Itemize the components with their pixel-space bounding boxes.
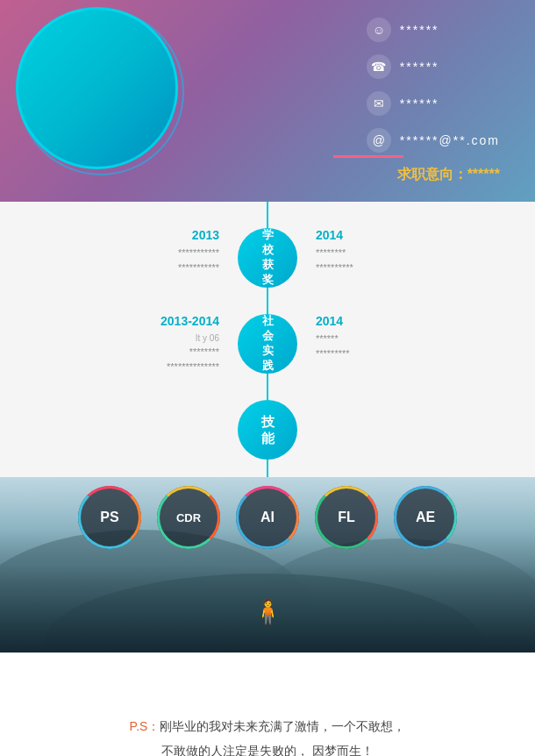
contact-row-email: @ ******@**.com [367, 128, 500, 153]
person-icon: ☺ [367, 18, 391, 42]
footer-line2: 不敢做的人注定是失败的， 因梦而生！ [26, 738, 509, 756]
phone-icon: ☎ [367, 54, 391, 79]
landscape-skills-wrapper: 🧍 PS CDR AI FL AE [0, 477, 535, 653]
contact-row-chat: ✉ ****** [367, 91, 500, 116]
tl-detail-right-school-1: ******** [316, 246, 491, 260]
contact-phone: ****** [400, 60, 439, 74]
contact-row-name: ☺ ****** [367, 18, 500, 42]
footer-line1: P.S：刚毕业的我对未来充满了激情，一个不敢想， [26, 714, 509, 738]
avatar [16, 7, 178, 169]
tl-year-right-school: 2014 [316, 228, 491, 242]
tl-bubble-school: 学校获奖 [238, 228, 297, 288]
tl-detail-left-social-0: It y 06 [44, 332, 219, 345]
footer-text: P.S：刚毕业的我对未来充满了激情，一个不敢想， 不敢做的人注定是失败的， 因梦… [26, 714, 509, 756]
timeline-row-school: 2013 *********** *********** 学校获奖 2014 *… [0, 228, 535, 288]
tl-center-school: 学校获奖 [237, 228, 298, 288]
tl-year-left-school: 2013 [44, 228, 219, 242]
ring-ps [78, 486, 141, 549]
tl-detail-left-social-1: ******** [44, 345, 219, 360]
tl-left-school: 2013 *********** *********** [44, 228, 237, 275]
ring-ai [236, 486, 299, 549]
skill-badge-fl: FL [315, 486, 378, 549]
tl-year-right-social: 2014 [316, 314, 491, 328]
tl-detail-left-school-2: *********** [44, 260, 219, 275]
tl-detail-right-social-1: ****** [316, 332, 491, 346]
job-intention: 求职意向：****** [397, 166, 500, 184]
skill-badge-ae: AE [394, 486, 457, 549]
tl-detail-left-school-1: *********** [44, 246, 219, 260]
skill-badge-cdr: CDR [157, 486, 220, 549]
skills-row: 技能 [0, 400, 535, 460]
tl-center-social: 社会实践 [237, 314, 298, 374]
contact-email: ******@**.com [400, 133, 500, 147]
tl-right-school: 2014 ******** ********** [298, 228, 491, 275]
contact-name: ****** [400, 23, 439, 37]
ring-fl [315, 486, 378, 549]
tl-bubble-skills: 技能 [238, 400, 297, 460]
chat-icon: ✉ [367, 91, 391, 116]
tl-detail-right-school-2: ********** [316, 260, 491, 275]
tl-year-left-social: 2013-2014 [44, 314, 219, 328]
ring-cdr [157, 486, 220, 549]
footer-section: P.S：刚毕业的我对未来充满了激情，一个不敢想， 不敢做的人注定是失败的， 因梦… [0, 696, 535, 756]
at-icon: @ [367, 128, 391, 153]
skill-badge-ai: AI [236, 486, 299, 549]
skills-badges: PS CDR AI FL AE [0, 486, 535, 692]
contact-chat: ****** [400, 96, 439, 111]
header-section: ☺ ****** ☎ ****** ✉ ****** @ ******@**.c… [0, 0, 535, 202]
ring-ae [394, 486, 457, 549]
tl-detail-left-social-2: ************** [44, 360, 219, 374]
timeline-section: 2013 *********** *********** 学校获奖 2014 *… [0, 202, 535, 477]
tl-left-social: 2013-2014 It y 06 ******** *************… [44, 314, 237, 374]
tl-detail-right-social-2: ********* [316, 346, 491, 361]
skill-badge-ps: PS [78, 486, 141, 549]
tl-bubble-social: 社会实践 [238, 314, 297, 374]
pink-divider [333, 155, 403, 158]
contact-info: ☺ ****** ☎ ****** ✉ ****** @ ******@**.c… [367, 18, 500, 153]
contact-row-phone: ☎ ****** [367, 54, 500, 79]
timeline-row-social: 2013-2014 It y 06 ******** *************… [0, 314, 535, 374]
tl-right-social: 2014 ****** ********* [298, 314, 491, 360]
